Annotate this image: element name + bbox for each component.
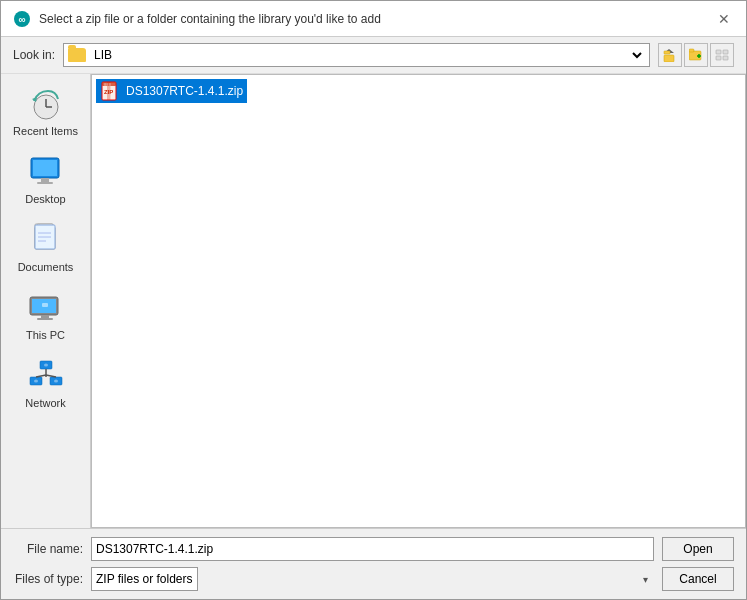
svg-rect-6 [689,49,694,52]
look-in-combobox[interactable]: LIB [63,43,650,67]
svg-rect-9 [716,50,721,54]
file-area[interactable]: ZIP ≡≡≡ DS1307RTC-1.4.1.zip [91,74,746,528]
recent-icon [28,87,64,123]
svg-rect-18 [33,160,57,176]
svg-rect-11 [716,56,721,60]
filename-row: File name: Open [13,537,734,561]
sidebar-item-thispc[interactable]: This PC [6,282,86,346]
look-in-select[interactable]: LIB [90,47,645,63]
svg-rect-12 [723,56,728,60]
sidebar-label-thispc: This PC [26,329,65,341]
svg-point-42 [34,380,38,383]
svg-point-44 [44,364,48,367]
svg-rect-10 [723,50,728,54]
sidebar-item-desktop[interactable]: Desktop [6,146,86,210]
file-item[interactable]: ZIP ≡≡≡ DS1307RTC-1.4.1.zip [96,79,247,103]
sidebar-item-network[interactable]: Network [6,350,86,414]
title-bar-left: ∞ Select a zip file or a folder containi… [13,10,381,28]
open-button[interactable]: Open [662,537,734,561]
main-area: Recent Items Desktop [1,74,746,528]
view-menu-button[interactable] [710,43,734,67]
svg-rect-33 [41,315,49,318]
folder-icon [68,48,86,62]
svg-text:ZIP: ZIP [104,89,113,95]
toolbar-row: Look in: LIB [1,37,746,74]
filetype-row: Files of type: ZIP files or folders Canc… [13,567,734,591]
svg-point-43 [54,380,58,383]
dialog-icon: ∞ [13,10,31,28]
svg-line-40 [36,375,46,377]
bottom-area: File name: Open Files of type: ZIP files… [1,528,746,599]
network-icon [26,355,66,395]
svg-rect-19 [41,178,49,182]
title-bar: ∞ Select a zip file or a folder containi… [1,1,746,37]
zip-file-icon: ZIP ≡≡≡ [100,81,120,101]
sidebar-item-documents[interactable]: Documents [6,214,86,278]
sidebar-item-recent[interactable]: Recent Items [6,82,86,142]
dialog: ∞ Select a zip file or a folder containi… [0,0,747,600]
sidebar: Recent Items Desktop [1,74,91,528]
filename-input[interactable] [91,537,654,561]
cancel-button[interactable]: Cancel [662,567,734,591]
documents-icon [26,219,66,259]
svg-text:≡≡≡: ≡≡≡ [104,82,112,87]
filetype-select[interactable]: ZIP files or folders [91,567,198,591]
desktop-icon [26,151,66,191]
sidebar-label-recent: Recent Items [13,125,78,137]
sidebar-label-documents: Documents [18,261,74,273]
svg-rect-35 [42,303,48,307]
toolbar-buttons [658,43,734,67]
filename-label: File name: [13,542,83,556]
dialog-title: Select a zip file or a folder containing… [39,12,381,26]
thispc-icon [26,287,66,327]
filetype-select-wrapper: ZIP files or folders [91,567,654,591]
close-button[interactable]: ✕ [714,9,734,29]
svg-text:∞: ∞ [18,14,25,25]
look-in-label: Look in: [13,48,55,62]
svg-rect-34 [37,318,53,320]
filetype-label: Files of type: [13,572,83,586]
up-folder-button[interactable] [658,43,682,67]
svg-rect-20 [37,182,53,184]
svg-line-41 [46,375,56,377]
sidebar-label-desktop: Desktop [25,193,65,205]
svg-rect-2 [664,55,674,62]
svg-rect-4 [664,51,670,54]
sidebar-label-network: Network [25,397,65,409]
new-folder-button[interactable] [684,43,708,67]
file-item-name: DS1307RTC-1.4.1.zip [126,84,243,98]
